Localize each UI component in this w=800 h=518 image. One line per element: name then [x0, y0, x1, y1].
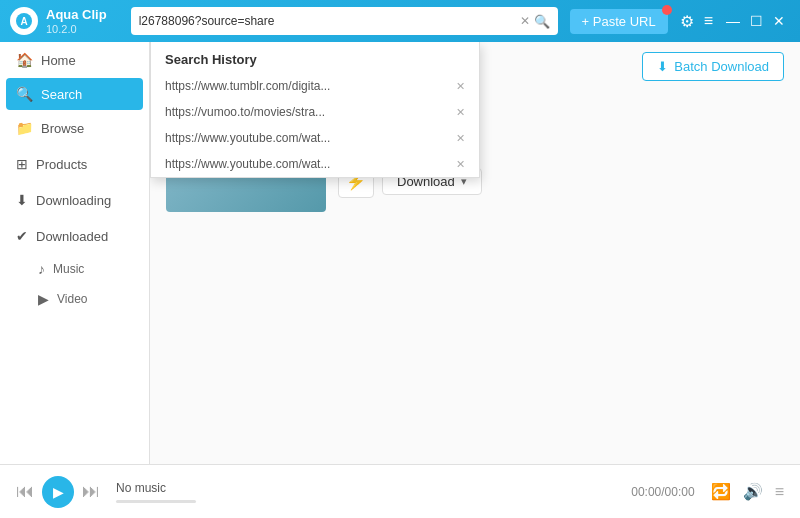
search-submit-icon[interactable]: 🔍: [534, 14, 550, 29]
sidebar-item-downloading[interactable]: ⬇ Downloading: [0, 182, 149, 218]
close-button[interactable]: ✕: [768, 13, 790, 29]
search-icon: 🔍: [16, 86, 33, 102]
search-history-dropdown: Search History https://www.tumblr.com/di…: [150, 42, 480, 178]
history-close-1[interactable]: ✕: [456, 80, 465, 93]
history-url-4: https://www.youtube.com/wat...: [165, 157, 450, 171]
prev-button[interactable]: ⏮: [16, 481, 34, 502]
sidebar-label-video: Video: [57, 292, 87, 306]
menu-icon[interactable]: ≡: [704, 12, 713, 30]
history-item-1[interactable]: https://www.tumblr.com/digita... ✕: [151, 73, 479, 99]
player-controls: ⏮ ▶ ⏭: [16, 476, 100, 508]
sidebar: 🏠 Home 🔍 Search 📁 Browse ⊞ Products ⬇ Do…: [0, 42, 150, 464]
paste-url-label: + Paste URL: [582, 14, 656, 29]
sidebar-label-browse: Browse: [41, 121, 84, 136]
search-clear-btn[interactable]: ✕: [520, 14, 530, 28]
sidebar-item-music[interactable]: ♪ Music: [28, 254, 149, 284]
history-url-1: https://www.tumblr.com/digita...: [165, 79, 450, 93]
queue-icon[interactable]: ≡: [775, 483, 784, 501]
sidebar-item-downloaded[interactable]: ✔ Downloaded: [0, 218, 149, 254]
sidebar-label-home: Home: [41, 53, 76, 68]
batch-download-icon: ⬇: [657, 59, 668, 74]
progress-bar[interactable]: [116, 500, 196, 503]
search-history-title: Search History: [151, 42, 479, 73]
repeat-icon[interactable]: 🔁: [711, 482, 731, 501]
play-icon: ▶: [53, 484, 64, 500]
svg-text:A: A: [20, 16, 27, 27]
paste-badge: [662, 5, 672, 15]
app-logo: A: [10, 7, 38, 35]
sidebar-sub-video: ▶ Video: [0, 284, 149, 314]
sidebar-sub-music: ♪ Music: [0, 254, 149, 284]
history-item-3[interactable]: https://www.youtube.com/wat... ✕: [151, 125, 479, 151]
volume-icon[interactable]: 🔊: [743, 482, 763, 501]
history-item-2[interactable]: https://vumoo.to/movies/stra... ✕: [151, 99, 479, 125]
video-icon: ▶: [38, 291, 49, 307]
music-icon: ♪: [38, 261, 45, 277]
play-button[interactable]: ▶: [42, 476, 74, 508]
title-bar-icons: ⚙ ≡: [680, 12, 713, 31]
app-title-block: Aqua Clip 10.2.0: [46, 7, 107, 35]
history-item-4[interactable]: https://www.youtube.com/wat... ✕: [151, 151, 479, 177]
content-area: Search History https://www.tumblr.com/di…: [150, 42, 800, 464]
sidebar-label-downloading: Downloading: [36, 193, 111, 208]
batch-download-button[interactable]: ⬇ Batch Download: [642, 52, 784, 81]
search-bar: ✕ 🔍: [131, 7, 558, 35]
next-button[interactable]: ⏭: [82, 481, 100, 502]
sidebar-item-home[interactable]: 🏠 Home: [0, 42, 149, 78]
now-playing-title: No music: [116, 481, 196, 495]
batch-download-label: Batch Download: [674, 59, 769, 74]
history-close-4[interactable]: ✕: [456, 158, 465, 171]
paste-url-button[interactable]: + Paste URL: [570, 9, 668, 34]
sidebar-label-products: Products: [36, 157, 87, 172]
sidebar-item-products[interactable]: ⊞ Products: [0, 146, 149, 182]
sidebar-item-search[interactable]: 🔍 Search: [6, 78, 143, 110]
history-close-3[interactable]: ✕: [456, 132, 465, 145]
sidebar-label-downloaded: Downloaded: [36, 229, 108, 244]
search-input[interactable]: [139, 14, 520, 28]
history-url-3: https://www.youtube.com/wat...: [165, 131, 450, 145]
player-bar: ⏮ ▶ ⏭ No music 00:00/00:00 🔁 🔊 ≡: [0, 464, 800, 518]
settings-icon[interactable]: ⚙: [680, 12, 694, 31]
main-layout: 🏠 Home 🔍 Search 📁 Browse ⊞ Products ⬇ Do…: [0, 42, 800, 464]
history-close-2[interactable]: ✕: [456, 106, 465, 119]
player-right-controls: 🔁 🔊 ≡: [711, 482, 784, 501]
downloaded-icon: ✔: [16, 228, 28, 244]
home-icon: 🏠: [16, 52, 33, 68]
history-url-2: https://vumoo.to/movies/stra...: [165, 105, 450, 119]
sidebar-label-search: Search: [41, 87, 82, 102]
sidebar-item-video[interactable]: ▶ Video: [28, 284, 149, 314]
minimize-button[interactable]: —: [721, 13, 745, 29]
downloading-icon: ⬇: [16, 192, 28, 208]
app-version: 10.2.0: [46, 23, 107, 35]
now-playing-info: No music: [116, 481, 196, 503]
products-icon: ⊞: [16, 156, 28, 172]
time-display: 00:00/00:00: [631, 485, 694, 499]
sidebar-label-music: Music: [53, 262, 84, 276]
sidebar-item-browse[interactable]: 📁 Browse: [0, 110, 149, 146]
app-name: Aqua Clip: [46, 7, 107, 23]
maximize-button[interactable]: ☐: [745, 13, 768, 29]
batch-download-area: ⬇ Batch Download: [642, 52, 784, 81]
title-bar: A Aqua Clip 10.2.0 ✕ 🔍 + Paste URL ⚙ ≡ —…: [0, 0, 800, 42]
browse-icon: 📁: [16, 120, 33, 136]
